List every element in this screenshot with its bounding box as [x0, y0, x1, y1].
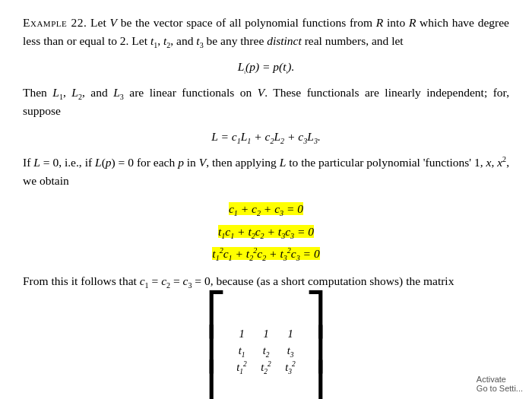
activate-label: Activate [477, 375, 523, 384]
matrix-display: ⎡⎢⎣ 1 1 1 t1 t2 t3 t12 t22 t32 ⎤⎥⎦ [23, 298, 509, 399]
main-content: Example 22. Let V be the vector space of… [0, 0, 532, 399]
matrix-cells: 1 1 1 t1 t2 t3 t12 t22 t32 [230, 325, 302, 375]
m-2-1: t1 [239, 342, 245, 359]
equation-1: c1 + c2 + c3 = 0 [23, 198, 509, 220]
m-1-3: 1 [287, 325, 293, 342]
left-bracket: ⎡⎢⎣ [206, 298, 226, 399]
formula-L: L = c1L1 + c2L2 + c3L3. [23, 128, 509, 146]
eq1-highlighted: c1 + c2 + c3 = 0 [229, 202, 303, 215]
formula-li: Li(p) = p(ti). [23, 58, 509, 76]
paragraph-2: Then L1, L2, and L3 are linear functiona… [23, 84, 509, 120]
paragraph-3: If L = 0, i.e., if L(p) = 0 for each p i… [23, 154, 509, 190]
m-3-1: t12 [236, 359, 246, 375]
activate-watermark: Activate Go to Setti... [477, 375, 523, 393]
m-2-2: t2 [263, 342, 270, 359]
example-title-para: Example 22. Let V be the vector space of… [23, 14, 509, 50]
example-label: Example 22. [23, 16, 87, 29]
right-bracket: ⎤⎥⎦ [306, 298, 326, 399]
eq2-highlighted: t1c1 + t2c2 + t3c3 = 0 [218, 225, 314, 238]
m-1-2: 1 [263, 325, 268, 342]
matrix: ⎡⎢⎣ 1 1 1 t1 t2 t3 t12 t22 t32 ⎤⎥⎦ [206, 298, 326, 399]
equation-3: t12c1 + t22c2 + t32c3 = 0 [23, 242, 509, 264]
paragraph-4: From this it follows that c1 = c2 = c3 =… [23, 272, 509, 290]
m-3-3: t32 [285, 359, 295, 375]
m-3-2: t22 [261, 359, 271, 375]
eq3-highlighted: t12c1 + t22c2 + t32c3 = 0 [212, 247, 319, 260]
equation-2: t1c1 + t2c2 + t3c3 = 0 [23, 220, 509, 242]
m-1-1: 1 [239, 325, 244, 342]
m-2-3: t3 [287, 342, 294, 359]
and-text: and [176, 34, 193, 47]
goto-settings-label[interactable]: Go to Setti... [477, 384, 523, 393]
equations-block: c1 + c2 + c3 = 0 t1c1 + t2c2 + t3c3 = 0 … [23, 198, 509, 264]
